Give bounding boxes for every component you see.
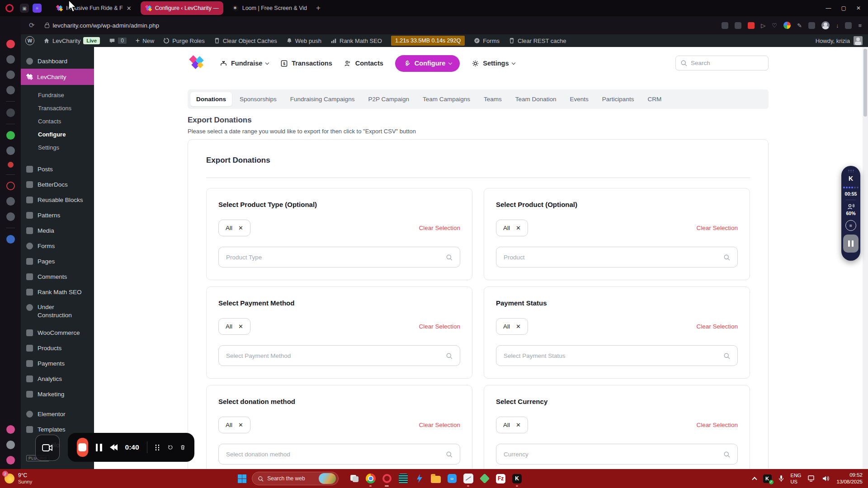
purge-roles-menu[interactable]: Purge Roles <box>159 34 209 47</box>
sidebar-item-betterdocs[interactable]: BetterDocs <box>21 177 94 192</box>
sidebar-item-patterns[interactable]: Patterns <box>21 207 94 223</box>
trash-icon[interactable] <box>180 443 185 452</box>
sidebar-item-payments[interactable]: Payments <box>21 356 94 371</box>
player-app-icon[interactable] <box>6 108 15 117</box>
remove-chip-icon[interactable]: ✕ <box>516 225 521 231</box>
notepad-app-icon[interactable] <box>397 473 409 484</box>
start-button[interactable] <box>238 474 246 483</box>
clear-selection-link[interactable]: Clear Selection <box>419 225 460 231</box>
loom-workspace-icon[interactable]: ✳ <box>33 4 42 13</box>
pink-app-icon[interactable] <box>6 456 15 465</box>
discord-icon[interactable] <box>6 146 15 155</box>
plugin-search[interactable] <box>675 56 769 70</box>
rewind-button[interactable] <box>110 444 118 450</box>
tray-expand-icon[interactable] <box>752 477 757 482</box>
sidebar-item-forms[interactable]: Forms <box>21 238 94 253</box>
new-tab-button[interactable]: + <box>316 4 321 13</box>
sidebar-item-marketing[interactable]: Marketing <box>21 386 94 402</box>
sidebar-item-products[interactable]: Products <box>21 340 94 356</box>
remove-chip-icon[interactable]: ✕ <box>238 323 243 330</box>
tab-events[interactable]: Events <box>564 92 594 106</box>
sidebar-item-comments[interactable]: Comments <box>21 269 94 284</box>
volume-icon[interactable] <box>822 475 830 482</box>
downloads-icon[interactable]: ↓ <box>836 22 839 29</box>
selected-chip[interactable]: All✕ <box>496 220 528 236</box>
pause-button[interactable] <box>843 235 859 253</box>
sidebar-item-contacts[interactable]: Contacts <box>21 115 94 128</box>
sidebar-item-elementor[interactable]: Elementor <box>21 406 94 422</box>
sidebar-item-dashboard[interactable]: Dashboard <box>21 53 94 69</box>
tab-fundraising-campaigns[interactable]: Fundraising Campaigns <box>284 92 361 106</box>
nav-settings[interactable]: Settings <box>472 60 515 67</box>
filter-search-field[interactable] <box>496 247 738 267</box>
mail-app-icon[interactable] <box>6 86 15 94</box>
opera-app-icon[interactable] <box>381 473 392 484</box>
remove-chip-icon[interactable]: ✕ <box>516 323 521 330</box>
opera-logo-icon[interactable] <box>5 4 14 12</box>
filter-search-field[interactable] <box>496 345 738 366</box>
thunder-app-icon[interactable] <box>414 473 425 484</box>
sidebar-item-configure[interactable]: Configure <box>21 128 94 141</box>
sidebar-item-media[interactable]: Media <box>21 223 94 238</box>
play-icon[interactable]: ▷ <box>761 22 765 29</box>
clear-selection-link[interactable]: Clear Selection <box>696 323 738 330</box>
filter-search-input[interactable] <box>226 352 446 359</box>
web-push-menu[interactable]: Web push <box>282 34 326 47</box>
filter-search-input[interactable] <box>226 254 446 261</box>
sidebar-item-pages[interactable]: Pages <box>21 253 94 269</box>
filter-search-field[interactable] <box>496 444 738 465</box>
stop-recording-button[interactable] <box>77 438 88 457</box>
forms-menu[interactable]: Forms <box>469 34 504 47</box>
whatsapp-icon[interactable] <box>6 131 15 140</box>
selected-chip[interactable]: All✕ <box>496 417 528 433</box>
adblock-shield-icon[interactable] <box>748 22 755 29</box>
selected-chip[interactable]: All✕ <box>496 318 528 335</box>
my-account-menu[interactable]: Howdy, krizia <box>816 36 868 45</box>
browser-tab[interactable]: Loom | Free Screen & Vid <box>228 1 311 15</box>
sidebar-item-rank-math[interactable]: Rank Math SEO <box>21 284 94 300</box>
selected-chip[interactable]: All✕ <box>218 318 250 335</box>
address-bar[interactable]: levcharity.com/wp/wp-admin/admin.php <box>45 22 159 29</box>
nav-contacts[interactable]: Contacts <box>344 60 383 67</box>
tray-k-icon[interactable]: K✓ <box>763 474 772 483</box>
clear-selection-link[interactable]: Clear Selection <box>696 422 738 428</box>
nav-configure[interactable]: Configure <box>395 55 460 72</box>
performance-badge[interactable]: 1.21s 33.5MB 0.14s 292Q <box>387 34 469 47</box>
gem-app-icon[interactable] <box>479 473 490 484</box>
sidebar-item-woocommerce[interactable]: WooCommerce <box>21 325 94 340</box>
loom-panel[interactable]: K 00:55 60% ≡ <box>841 166 860 261</box>
sidebar-item-settings[interactable]: Settings <box>21 141 94 154</box>
chrome-app-icon[interactable] <box>365 473 376 484</box>
pencil-icon[interactable]: ✎ <box>797 22 802 29</box>
pause-recording-button[interactable] <box>96 444 102 451</box>
sidebar-item-reusable-blocks[interactable]: Reusable Blocks <box>21 192 94 207</box>
messenger-icon[interactable] <box>8 162 14 168</box>
scrollbar-thumb[interactable] <box>863 49 867 117</box>
tab-p2p-campaign[interactable]: P2P Campaign <box>362 92 415 106</box>
window-maximize-button[interactable]: ▢ <box>841 5 846 11</box>
clear-rest-cache-menu[interactable]: Clear REST cache <box>504 34 571 47</box>
search-input[interactable] <box>691 60 754 66</box>
sidebar-item-analytics[interactable]: Analytics <box>21 371 94 386</box>
drag-grid-icon[interactable] <box>155 444 160 451</box>
sidebar-item-posts[interactable]: Posts <box>21 161 94 177</box>
pinned-app-icon[interactable] <box>6 425 15 434</box>
sidebar-item-fundraise[interactable]: Fundraise <box>21 89 94 102</box>
notes-button[interactable]: ≡ <box>845 220 856 231</box>
sync-icon[interactable] <box>6 197 15 206</box>
palette-extension-icon[interactable] <box>783 22 791 29</box>
page-scrollbar[interactable] <box>863 47 868 469</box>
sidebar-item-transactions[interactable]: Transactions <box>21 102 94 115</box>
clear-selection-link[interactable]: Clear Selection <box>419 422 460 428</box>
filter-search-input[interactable] <box>504 254 723 261</box>
task-view-button[interactable] <box>349 473 360 484</box>
vscode-app-icon[interactable]: ‹› <box>446 473 458 484</box>
tab-crm[interactable]: CRM <box>642 92 667 106</box>
clear-selection-link[interactable]: Clear Selection <box>696 225 738 231</box>
heart-icon[interactable]: ♡ <box>772 22 777 29</box>
language-indicator[interactable]: ENGUS <box>791 472 802 485</box>
clear-selection-link[interactable]: Clear Selection <box>419 323 460 330</box>
tab-sponsorships[interactable]: Sponsorships <box>234 92 283 106</box>
site-name-menu[interactable]: LevCharity Live <box>39 34 104 47</box>
filter-search-input[interactable] <box>504 451 723 458</box>
